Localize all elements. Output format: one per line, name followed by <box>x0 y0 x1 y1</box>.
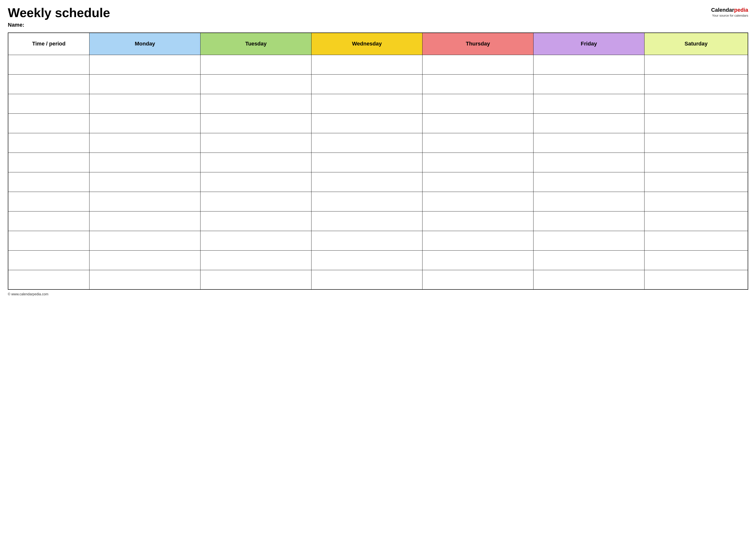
schedule-cell[interactable] <box>644 153 748 172</box>
schedule-cell[interactable] <box>201 211 312 231</box>
header-thursday: Thursday <box>423 33 534 55</box>
schedule-cell[interactable] <box>423 251 534 270</box>
schedule-cell[interactable] <box>90 270 201 289</box>
schedule-cell[interactable] <box>90 133 201 153</box>
schedule-cell[interactable] <box>644 74 748 94</box>
logo-container: Calendarpedia Your source for calendars <box>711 7 748 17</box>
schedule-cell[interactable] <box>423 133 534 153</box>
schedule-cell[interactable] <box>201 172 312 192</box>
schedule-cell[interactable] <box>201 231 312 251</box>
schedule-cell[interactable] <box>312 133 423 153</box>
schedule-cell[interactable] <box>644 270 748 289</box>
schedule-cell[interactable] <box>312 55 423 74</box>
schedule-cell[interactable] <box>90 113 201 133</box>
time-cell[interactable] <box>8 231 90 251</box>
schedule-cell[interactable] <box>90 211 201 231</box>
schedule-cell[interactable] <box>533 55 644 74</box>
schedule-cell[interactable] <box>423 192 534 211</box>
schedule-cell[interactable] <box>312 251 423 270</box>
time-cell[interactable] <box>8 270 90 289</box>
table-row <box>8 133 748 153</box>
table-row <box>8 270 748 289</box>
schedule-cell[interactable] <box>312 270 423 289</box>
table-row <box>8 172 748 192</box>
schedule-cell[interactable] <box>201 192 312 211</box>
schedule-cell[interactable] <box>90 192 201 211</box>
schedule-cell[interactable] <box>644 231 748 251</box>
table-header-row: Time / period Monday Tuesday Wednesday T… <box>8 33 748 55</box>
header-wednesday: Wednesday <box>312 33 423 55</box>
schedule-cell[interactable] <box>423 211 534 231</box>
schedule-cell[interactable] <box>90 231 201 251</box>
time-cell[interactable] <box>8 94 90 113</box>
schedule-cell[interactable] <box>312 211 423 231</box>
time-cell[interactable] <box>8 192 90 211</box>
schedule-cell[interactable] <box>423 55 534 74</box>
time-cell[interactable] <box>8 133 90 153</box>
schedule-cell[interactable] <box>533 192 644 211</box>
schedule-cell[interactable] <box>312 172 423 192</box>
schedule-cell[interactable] <box>423 153 534 172</box>
schedule-cell[interactable] <box>533 270 644 289</box>
schedule-cell[interactable] <box>201 74 312 94</box>
schedule-cell[interactable] <box>312 231 423 251</box>
schedule-cell[interactable] <box>533 113 644 133</box>
schedule-cell[interactable] <box>312 153 423 172</box>
schedule-cell[interactable] <box>533 172 644 192</box>
schedule-cell[interactable] <box>533 153 644 172</box>
schedule-cell[interactable] <box>644 133 748 153</box>
schedule-cell[interactable] <box>644 55 748 74</box>
schedule-cell[interactable] <box>423 270 534 289</box>
schedule-cell[interactable] <box>90 74 201 94</box>
schedule-cell[interactable] <box>201 270 312 289</box>
header-time: Time / period <box>8 33 90 55</box>
schedule-cell[interactable] <box>312 94 423 113</box>
header-saturday: Saturday <box>644 33 748 55</box>
header-monday: Monday <box>90 33 201 55</box>
header-friday: Friday <box>533 33 644 55</box>
schedule-cell[interactable] <box>201 113 312 133</box>
logo-pedia-text: pedia <box>734 7 748 13</box>
time-cell[interactable] <box>8 172 90 192</box>
table-row <box>8 192 748 211</box>
time-cell[interactable] <box>8 251 90 270</box>
schedule-cell[interactable] <box>90 55 201 74</box>
schedule-cell[interactable] <box>644 113 748 133</box>
schedule-cell[interactable] <box>90 251 201 270</box>
name-label: Name: <box>8 22 748 28</box>
page-header: Weekly schedule Calendarpedia Your sourc… <box>8 6 748 20</box>
schedule-cell[interactable] <box>201 55 312 74</box>
schedule-cell[interactable] <box>423 231 534 251</box>
schedule-cell[interactable] <box>423 172 534 192</box>
schedule-cell[interactable] <box>644 94 748 113</box>
schedule-cell[interactable] <box>644 172 748 192</box>
schedule-cell[interactable] <box>533 231 644 251</box>
schedule-cell[interactable] <box>312 74 423 94</box>
schedule-cell[interactable] <box>533 94 644 113</box>
schedule-cell[interactable] <box>533 211 644 231</box>
schedule-cell[interactable] <box>312 113 423 133</box>
schedule-cell[interactable] <box>90 153 201 172</box>
schedule-cell[interactable] <box>533 251 644 270</box>
table-row <box>8 231 748 251</box>
time-cell[interactable] <box>8 211 90 231</box>
time-cell[interactable] <box>8 113 90 133</box>
schedule-cell[interactable] <box>644 211 748 231</box>
schedule-cell[interactable] <box>423 113 534 133</box>
schedule-cell[interactable] <box>201 133 312 153</box>
schedule-cell[interactable] <box>533 133 644 153</box>
schedule-cell[interactable] <box>644 251 748 270</box>
time-cell[interactable] <box>8 55 90 74</box>
schedule-cell[interactable] <box>201 94 312 113</box>
schedule-cell[interactable] <box>423 94 534 113</box>
schedule-cell[interactable] <box>201 251 312 270</box>
schedule-cell[interactable] <box>90 94 201 113</box>
schedule-cell[interactable] <box>644 192 748 211</box>
schedule-cell[interactable] <box>423 74 534 94</box>
schedule-cell[interactable] <box>90 172 201 192</box>
schedule-cell[interactable] <box>312 192 423 211</box>
time-cell[interactable] <box>8 74 90 94</box>
schedule-cell[interactable] <box>201 153 312 172</box>
schedule-cell[interactable] <box>533 74 644 94</box>
time-cell[interactable] <box>8 153 90 172</box>
